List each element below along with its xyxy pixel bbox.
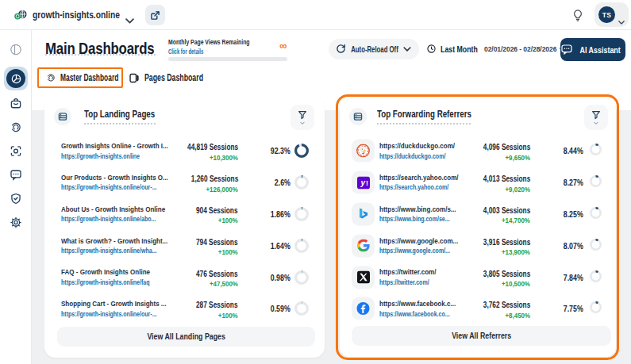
svg-text:!: ! — [366, 179, 368, 187]
svg-text:y: y — [360, 178, 365, 187]
